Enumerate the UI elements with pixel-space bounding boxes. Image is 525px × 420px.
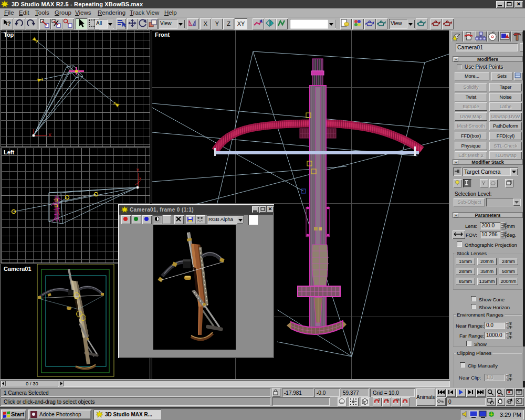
svg-text:x: x — [139, 176, 141, 181]
svg-text:?: ? — [7, 20, 11, 27]
svg-text:Front: Front — [155, 32, 170, 38]
svg-text:Camera01: Camera01 — [4, 266, 32, 272]
svg-text:3: 3 — [378, 398, 380, 402]
svg-text:%: % — [396, 398, 400, 402]
svg-text:Left: Left — [4, 149, 15, 155]
svg-text:Top: Top — [4, 32, 14, 38]
svg-text:X: X — [48, 132, 51, 138]
svg-text:y: y — [136, 167, 139, 172]
svg-text:.: . — [406, 398, 407, 402]
